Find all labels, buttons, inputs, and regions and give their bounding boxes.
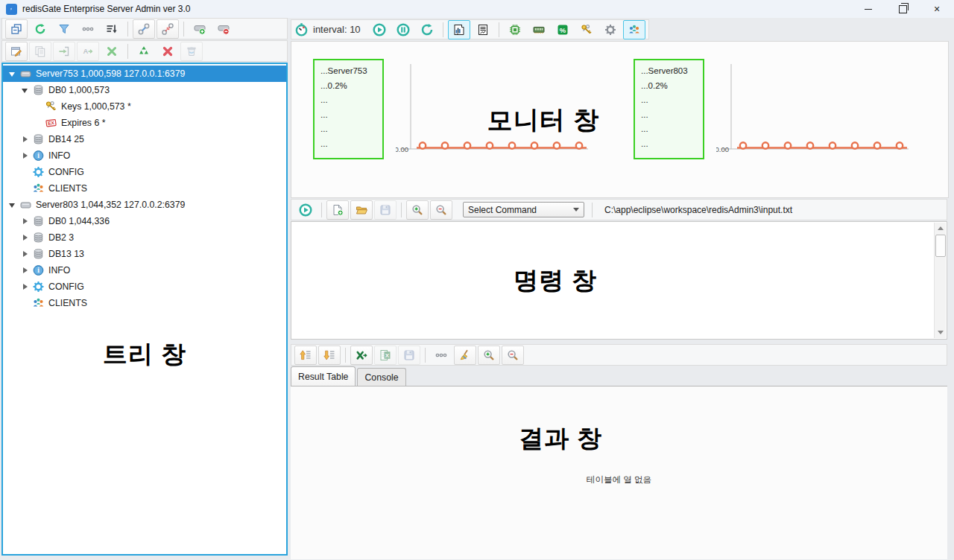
result-toolbar [291,344,947,366]
memory-monitor-button[interactable] [528,20,550,39]
sort-button[interactable] [101,19,123,39]
cpu-monitor-button[interactable] [504,20,526,39]
restore-button[interactable] [885,0,920,18]
clients-monitor-button[interactable] [623,20,645,39]
monitor-pause-button[interactable] [392,20,414,39]
expander-closed-icon[interactable] [20,282,30,292]
separator [345,348,346,363]
edit-icon [10,45,22,57]
tree-item[interactable]: CONFIG [3,279,286,295]
zoom-out-icon [507,349,519,361]
tree-item[interactable]: Server753 1,000,598 127.0.0.1:6379 [3,66,286,82]
play-icon [373,23,386,36]
expander-closed-icon[interactable] [20,135,30,144]
scroll-down-button[interactable] [935,327,946,338]
expander-open-icon[interactable] [7,200,17,210]
filter-button[interactable] [53,19,75,39]
minimize-button[interactable] [851,0,885,18]
tree-item[interactable]: Server803 1,044,352 127.0.0.2:6379 [3,197,286,213]
keys-monitor-button[interactable] [575,20,598,39]
expander-closed-icon[interactable] [20,266,30,276]
database-icon [32,84,45,96]
tab-console[interactable]: Console [357,368,405,386]
open-file-button[interactable] [350,200,373,220]
server-stat-line: ... [320,137,382,152]
restore-window-button[interactable] [5,19,28,39]
command-input-area[interactable]: 명령 창 [291,221,947,340]
open-folder-icon [356,204,367,216]
command-scrollbar[interactable] [934,223,946,338]
connect-button[interactable] [133,19,155,39]
sort-icon [106,23,118,35]
tree-item[interactable]: INFO [3,262,286,279]
refresh-all-button[interactable] [133,42,155,61]
config-icon [32,166,45,178]
expander-closed-icon[interactable] [20,233,30,243]
monitor-refresh-button[interactable] [416,20,438,39]
monitor-play-button[interactable] [368,20,391,39]
filter-icon [58,23,70,35]
tree-item[interactable]: CLIENTS [3,180,286,197]
export-button[interactable] [350,346,373,365]
empty-table-message: 테이블에 열 없음 [291,474,947,486]
more-options-button[interactable] [430,346,452,365]
clients-icon [32,297,45,309]
percent-monitor-button[interactable] [552,20,574,39]
zoom-in-button[interactable] [406,200,429,220]
add-server-button[interactable] [189,19,211,39]
tree-item[interactable]: INFO [3,147,286,164]
right-pane: interval: 10 ...Server753...0.2%........… [290,18,949,559]
expander-closed-icon[interactable] [20,151,30,161]
tree-toolbar-row1 [1,18,288,39]
tree-item[interactable]: CLIENTS [3,295,286,311]
trash-button[interactable] [180,42,203,61]
data-point-marker [852,142,858,148]
import-button[interactable] [53,42,75,61]
keys-icon [45,101,57,112]
scroll-thumb[interactable] [935,235,946,257]
clear-button[interactable] [454,346,476,365]
tree-item[interactable]: DB14 25 [3,131,286,147]
save-file-button[interactable] [374,200,397,220]
tree-item[interactable]: DB0 1,000,573 [3,82,286,98]
command-pane-label: 명령 창 [481,264,630,298]
zoom-out-button[interactable] [502,346,524,365]
disconnect-button[interactable] [157,19,179,39]
report-view-button[interactable] [472,20,494,39]
tree-item[interactable]: DB2 3 [3,229,286,246]
server-tree[interactable]: Server753 1,000,598 127.0.0.1:6379DB0 1,… [1,63,288,556]
chart-view-button[interactable] [448,20,470,39]
excel-export-button[interactable] [374,346,397,365]
zoom-out-button[interactable] [430,200,452,220]
copy-button[interactable] [29,42,51,61]
tab-result-table[interactable]: Result Table [291,366,356,386]
rename-button[interactable] [77,42,99,61]
refresh-button[interactable] [29,19,51,39]
config-monitor-button[interactable] [599,20,622,39]
command-select[interactable]: Select Command [463,202,584,217]
expander-closed-icon[interactable] [20,217,30,226]
expander-open-icon[interactable] [20,86,30,95]
save-result-button[interactable] [398,346,420,365]
more-options-button[interactable] [77,19,99,39]
tree-item[interactable]: Expires 6 * [3,115,286,131]
move-down-button[interactable] [318,346,341,365]
data-point-marker [554,142,560,148]
expander-open-icon[interactable] [7,69,17,79]
delete-all-button[interactable] [157,42,179,61]
delete-button[interactable] [101,42,123,61]
scroll-up-button[interactable] [935,223,946,234]
move-up-button[interactable] [294,346,317,365]
tree-item[interactable]: DB13 13 [3,246,286,262]
run-command-button[interactable] [294,200,317,220]
remove-server-button[interactable] [212,19,235,39]
tree-item[interactable]: Keys 1,000,573 * [3,98,286,115]
close-button[interactable]: × [920,0,954,18]
new-file-button[interactable] [326,200,349,220]
tree-item[interactable]: CONFIG [3,164,286,180]
tree-item[interactable]: DB0 1,044,336 [3,213,286,229]
edit-button[interactable] [5,42,28,61]
server-monitor-box: ...Server803...0.2%............ [634,59,704,159]
zoom-in-button[interactable] [478,346,500,365]
expander-closed-icon[interactable] [20,249,30,259]
